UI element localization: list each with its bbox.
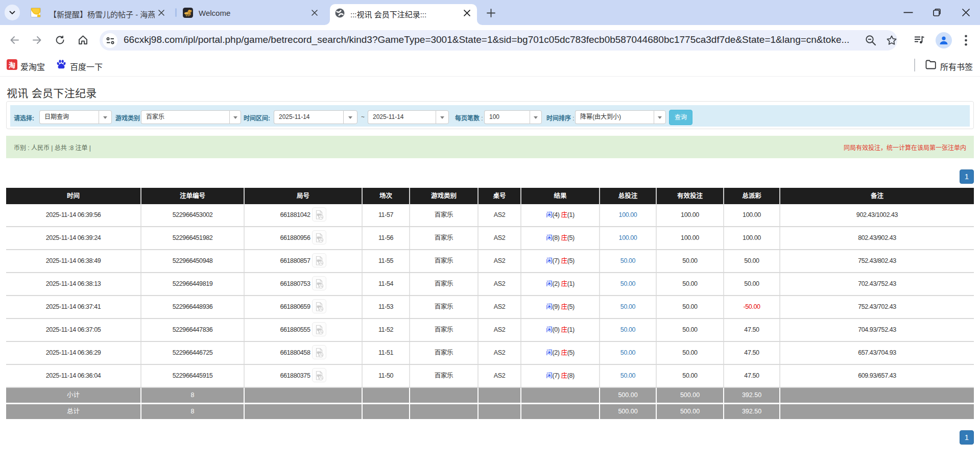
svg-text:淘: 淘 xyxy=(9,61,15,69)
svg-text:VIP: VIP xyxy=(185,13,191,17)
